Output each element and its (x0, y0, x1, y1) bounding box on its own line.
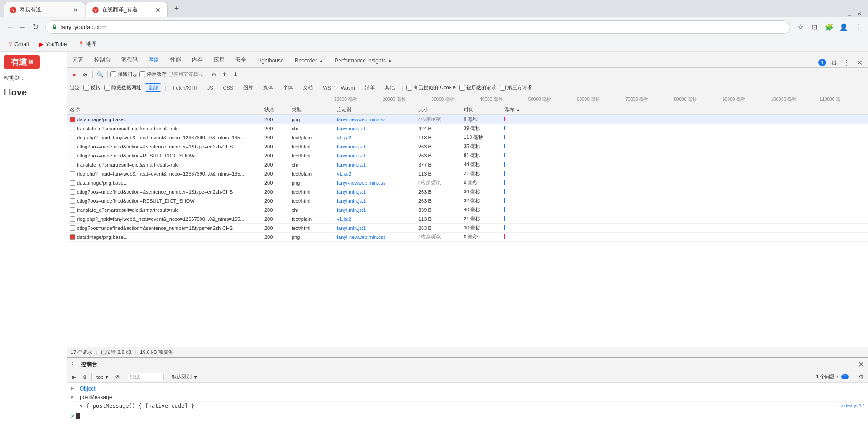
profile-button[interactable]: 👤 (837, 21, 850, 33)
cell-initiator[interactable]: fanyi.min.js:1 (334, 160, 416, 169)
cell-initiator[interactable]: fanyi-newweb.min.css (334, 178, 416, 187)
table-row[interactable]: ctlog?pos=undefined&action=RESULT_DICT_S… (67, 196, 868, 205)
devtools-tab-network[interactable]: 网络 (143, 53, 165, 67)
close-window-button[interactable]: ✕ (856, 11, 863, 17)
col-header-status[interactable]: 状态 (262, 105, 289, 115)
table-row[interactable]: translate_o?smartresult=dict&smartresult… (67, 124, 868, 133)
initiator-link[interactable]: fanyi.min.js:1 (337, 153, 366, 158)
initiator-link[interactable]: fanyi.min.js:1 (337, 189, 366, 195)
tab-1[interactable]: Y 网易有道 ✕ (4, 2, 85, 17)
forward-button[interactable]: → (16, 21, 29, 33)
initiator-link[interactable]: fanyi.min.js:1 (337, 207, 366, 213)
disable-cache-checkbox[interactable]: 停用缓存 (139, 71, 167, 78)
devtools-close-icon[interactable]: ✕ (854, 57, 864, 67)
blocked-requests-checkbox[interactable]: 被屏蔽的请求 (459, 84, 496, 91)
filter-img[interactable]: 图片 (240, 83, 256, 92)
table-row[interactable]: data:image/png;base...200pngfanyi-newweb… (67, 178, 868, 187)
console-eye-button[interactable]: 👁 (114, 373, 122, 381)
initiator-link[interactable]: fanyi.min.js:1 (337, 144, 366, 149)
extension-button[interactable]: 🧩 (823, 21, 835, 33)
new-tab-button[interactable]: + (170, 2, 183, 15)
table-row[interactable]: ctlog?pos=undefined&action=&sentence_num… (67, 142, 868, 151)
bookmark-youtube[interactable]: ▶ YouTube (37, 40, 69, 48)
initiator-link[interactable]: fanyi-newweb.min.css (337, 234, 386, 240)
table-row[interactable]: translate_o?smartresult=dict&smartresult… (67, 160, 868, 169)
console-source-1[interactable]: index.js:17 (840, 403, 864, 408)
expand-icon-2[interactable]: ▶ (71, 394, 76, 399)
devtools-tab-security[interactable]: 安全 (230, 53, 252, 67)
hide-data-urls-checkbox[interactable]: 隐藏数据网址 (104, 84, 141, 91)
devtools-tab-elements[interactable]: 元素 (67, 53, 89, 67)
table-row[interactable]: rlog.php?_npid=fanyiweb&_ncat=event&_nco… (67, 214, 868, 224)
filter-other[interactable]: 其他 (382, 83, 398, 92)
filter-manifest[interactable]: 清单 (362, 83, 378, 92)
filter-wasm[interactable]: Wasm (338, 84, 358, 91)
initiator-link[interactable]: fanyi.min.js:1 (337, 225, 366, 231)
cell-initiator[interactable]: v1.js:2 (334, 214, 416, 224)
console-close-button[interactable]: ✕ (856, 360, 865, 369)
initiator-link[interactable]: v1.js:2 (337, 216, 351, 222)
table-row[interactable]: data:image/png;base...200pngfanyi-newweb… (67, 233, 868, 242)
bookmark-star-button[interactable]: ☆ (794, 21, 806, 33)
devtools-more-icon[interactable]: ⋮ (842, 57, 852, 67)
cell-initiator[interactable]: fanyi.min.js:1 (334, 151, 416, 160)
table-row[interactable]: rlog.php?_npid=fanyiweb&_ncat=event&_nco… (67, 169, 868, 178)
initiator-link[interactable]: v1.js:2 (337, 171, 351, 176)
table-row[interactable]: rlog.php?_npid=fanyiweb&_ncat=event&_nco… (67, 133, 868, 142)
devtools-settings-icon[interactable]: ⚙ (829, 57, 839, 67)
minimize-button[interactable]: — (836, 11, 843, 17)
blocked-cookies-checkbox[interactable]: 有已拦截的 Cookie (406, 84, 455, 91)
col-header-initiator[interactable]: 启动器 (334, 105, 416, 115)
stop-button[interactable]: ⊗ (81, 70, 90, 79)
filter-fetch-xhr[interactable]: Fetch/XHR (170, 84, 201, 91)
cell-initiator[interactable]: fanyi-newweb.min.css (334, 115, 416, 124)
devtools-tab-perf-insights[interactable]: Performance insights ▲ (329, 55, 398, 67)
filter-doc[interactable]: 文档 (300, 83, 316, 92)
menu-button[interactable]: ⋮ (852, 21, 864, 33)
console-filter-input[interactable] (128, 373, 164, 381)
filter-js[interactable]: JS (204, 84, 216, 91)
invert-checkbox[interactable]: 反转 (83, 84, 101, 91)
cell-initiator[interactable]: fanyi.min.js:1 (334, 224, 416, 233)
cell-initiator[interactable]: fanyi.min.js:1 (334, 142, 416, 151)
preserve-log-checkbox[interactable]: 保留日志 (110, 71, 138, 78)
initiator-link[interactable]: fanyi-newweb.min.css (337, 180, 386, 186)
upload-icon[interactable]: ⬆ (220, 70, 229, 79)
console-prompt[interactable]: > (71, 410, 864, 421)
bookmark-maps[interactable]: 📍 地图 (75, 39, 100, 49)
console-issues-badge[interactable]: 1 个问题： 1 (813, 372, 851, 381)
bookmark-gmail[interactable]: M Gmail (5, 40, 31, 48)
devtools-badge[interactable]: 1 (818, 59, 826, 66)
cell-initiator[interactable]: v1.js:2 (334, 169, 416, 178)
settings-icon[interactable]: ⚙ (209, 70, 218, 79)
col-header-type[interactable]: 类型 (289, 105, 334, 115)
cell-initiator[interactable]: fanyi.min.js:1 (334, 205, 416, 214)
expand-icon-1[interactable]: ▶ (71, 386, 76, 391)
console-drag-handle[interactable]: ⋮ (70, 361, 76, 368)
table-row[interactable]: ctlog?pos=undefined&action=&sentence_num… (67, 187, 868, 196)
filter-css[interactable]: CSS (220, 84, 237, 91)
filter-ws[interactable]: WS (320, 84, 334, 91)
cell-initiator[interactable]: fanyi.min.js:1 (334, 124, 416, 133)
initiator-link[interactable]: fanyi-newweb.min.css (337, 117, 386, 122)
address-bar[interactable]: fanyi.youdao.com (45, 20, 790, 34)
col-header-name[interactable]: 名称 (67, 105, 262, 115)
download-icon[interactable]: ⬇ (231, 70, 240, 79)
console-stop-button[interactable]: ⊗ (81, 373, 89, 381)
devtools-tab-application[interactable]: 应用 (208, 53, 230, 67)
network-table[interactable]: 名称 状态 类型 启动器 大小 时间 瀑布 ▲ data:image/png;b… (67, 105, 868, 347)
devtools-tab-console[interactable]: 控制台 (89, 53, 116, 67)
table-row[interactable]: data:image/png;base...200pngfanyi-newweb… (67, 115, 868, 124)
filter-icon[interactable]: 🔍 (96, 70, 105, 79)
tab-search-button[interactable]: ⊡ (808, 21, 821, 33)
filter-font[interactable]: 字体 (280, 83, 296, 92)
devtools-tab-performance[interactable]: 性能 (165, 53, 187, 67)
filter-media[interactable]: 媒体 (260, 83, 276, 92)
console-context-dropdown[interactable]: top ▼ (95, 373, 111, 381)
cell-initiator[interactable]: fanyi-newweb.min.css (334, 233, 416, 242)
record-button[interactable]: ● (70, 70, 79, 79)
refresh-button[interactable]: ↻ (29, 21, 42, 33)
cell-initiator[interactable]: fanyi.min.js:1 (334, 196, 416, 205)
console-run-button[interactable]: ▶ (70, 373, 78, 381)
table-row[interactable]: ctlog?pos=undefined&action=RESULT_DICT_S… (67, 151, 868, 160)
